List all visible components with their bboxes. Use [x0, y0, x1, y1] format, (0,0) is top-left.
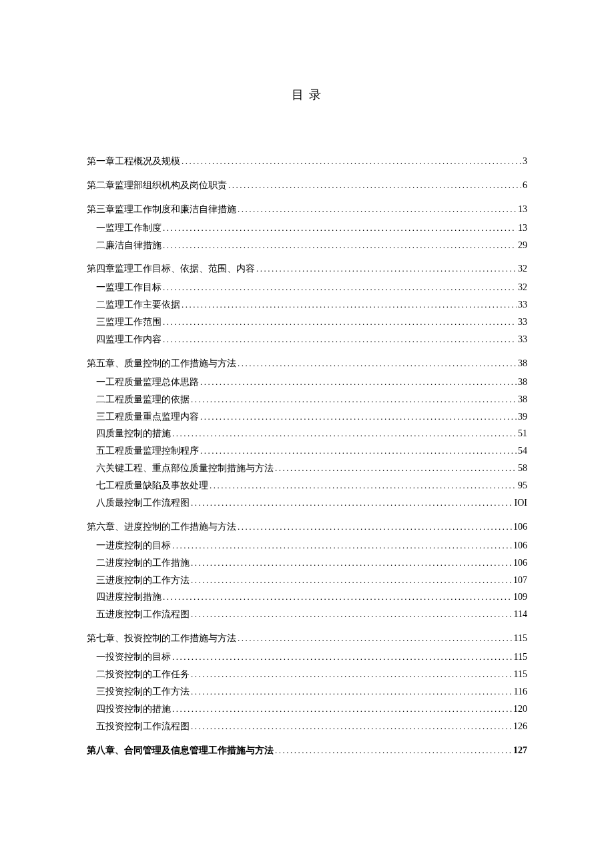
toc-entry: 二廉洁自律措施29 — [87, 237, 527, 254]
toc-entry: 第八章、合同管理及信息管理工作措施与方法127 — [87, 742, 527, 759]
toc-label: 第八章、合同管理及信息管理工作措施与方法 — [87, 742, 274, 759]
toc-label: 四质量控制的措施 — [96, 425, 171, 442]
toc-leader-dots — [190, 555, 512, 571]
toc-leader-dots — [162, 332, 517, 348]
toc-label: 六关键工程、重点部位质量控制措施与方法 — [96, 460, 274, 477]
toc-page-number: 13 — [517, 201, 527, 218]
toc-entry: 五投资控制工作流程图126 — [87, 718, 527, 735]
toc-entry: 二投资控制的工作任务115 — [87, 666, 527, 683]
toc-leader-dots — [190, 606, 513, 622]
toc-label: 一监理工作制度 — [96, 220, 162, 237]
toc-label: 七工程质量缺陷及事故处理 — [96, 477, 208, 494]
toc-entry: 第七章、投资控制的工作措施与方法115 — [87, 630, 527, 647]
toc-page-number: 33 — [517, 331, 527, 348]
toc-leader-dots — [227, 177, 521, 193]
toc-entry: 第一章工程概况及规模3 — [87, 153, 527, 170]
toc-label: 四进度控制措施 — [96, 588, 162, 606]
toc-page-number: 32 — [517, 279, 527, 296]
toc-page-number: IOI — [513, 494, 527, 512]
toc-entry: 三投资控制的工作方法116 — [87, 683, 527, 701]
toc-page-number: 127 — [512, 742, 527, 759]
toc-entry: 五工程质量监理控制程序54 — [87, 442, 527, 460]
toc-leader-dots — [208, 478, 517, 494]
toc-entry: 一进度控制的目标106 — [87, 537, 527, 554]
toc-leader-dots — [190, 392, 517, 408]
toc-entry: 四监理工作内容33 — [87, 331, 527, 348]
toc-entry: 第六章、进度控制的工作措施与方法106 — [87, 518, 527, 536]
toc-page-number: 32 — [517, 260, 527, 278]
toc-label: 五投资控制工作流程图 — [96, 718, 190, 735]
toc-page-number: 3 — [521, 153, 527, 170]
toc-page-number: 38 — [517, 355, 527, 372]
toc-entry: 第三章监理工作制度和廉洁自律措施13 — [87, 201, 527, 218]
toc-label: 第七章、投资控制的工作措施与方法 — [87, 630, 236, 647]
toc-label: 第四章监理工作目标、依据、范围、内容 — [87, 260, 255, 278]
toc-leader-dots — [199, 443, 517, 459]
toc-page-number: 115 — [513, 666, 527, 683]
toc-label: 一监理工作目标 — [96, 279, 162, 296]
toc-entry: 八质最控制工作流程图IOI — [87, 494, 527, 512]
toc-leader-dots — [255, 261, 517, 277]
toc-page-number: 38 — [517, 391, 527, 408]
toc-entry: 一监理工作制度13 — [87, 220, 527, 237]
toc-page-number: 39 — [517, 408, 527, 426]
toc-entry: 三工程质量重点监理内容39 — [87, 408, 527, 426]
toc-page-number: 109 — [512, 588, 527, 606]
toc-leader-dots — [236, 356, 517, 372]
toc-label: 第六章、进度控制的工作措施与方法 — [87, 518, 236, 536]
toc-label: 四监理工作内容 — [96, 331, 162, 348]
toc-leader-dots — [190, 719, 512, 735]
toc-page-number: 6 — [521, 177, 527, 194]
toc-page-number: 33 — [517, 296, 527, 314]
toc-label: 三投资控制的工作方法 — [96, 683, 190, 701]
toc-entry: 一投资控制的目标115 — [87, 648, 527, 666]
toc-label: 第三章监理工作制度和廉洁自律措施 — [87, 201, 236, 218]
toc-page-number: 116 — [513, 683, 527, 701]
toc-label: 第一章工程概况及规模 — [87, 153, 180, 170]
toc-label: 二监理工作主要依据 — [96, 296, 180, 314]
toc-leader-dots — [171, 649, 513, 665]
toc-page-number: 106 — [512, 537, 527, 554]
toc-page-number: 107 — [512, 572, 527, 589]
toc-entry: 第四章监理工作目标、依据、范围、内容32 — [87, 260, 527, 278]
toc-entry: 三进度控制的工作方法107 — [87, 572, 527, 589]
toc-entry: 五进度控制工作流程图114 — [87, 606, 527, 623]
toc-label: 五进度控制工作流程图 — [96, 606, 190, 623]
toc-entry: 四质量控制的措施51 — [87, 425, 527, 442]
table-of-contents: 第一章工程概况及规模3第二章监理部组织机构及岗位职责6第三章监理工作制度和廉洁自… — [87, 153, 527, 759]
toc-leader-dots — [236, 201, 517, 218]
toc-label: 第二章监理部组织机构及岗位职责 — [87, 177, 227, 194]
toc-leader-dots — [162, 280, 517, 296]
toc-leader-dots — [162, 220, 517, 236]
toc-label: 五工程质量监理控制程序 — [96, 442, 199, 460]
toc-entry: 六关键工程、重点部位质量控制措施与方法58 — [87, 460, 527, 477]
toc-label: 三监理工作范围 — [96, 314, 162, 331]
toc-entry: 三监理工作范围33 — [87, 314, 527, 331]
toc-page-number: 115 — [513, 630, 527, 647]
toc-page-number: 51 — [517, 425, 527, 442]
toc-page-number: 58 — [517, 460, 527, 477]
toc-leader-dots — [171, 426, 517, 442]
toc-leader-dots — [190, 684, 513, 700]
toc-page-number: 115 — [513, 648, 527, 666]
toc-leader-dots — [162, 238, 517, 254]
toc-label: 八质最控制工作流程图 — [96, 494, 190, 512]
toc-entry: 二工程质量监理的依据38 — [87, 391, 527, 408]
toc-entry: 第五章、质量控制的工作措施与方法38 — [87, 355, 527, 372]
toc-leader-dots — [199, 409, 517, 425]
toc-label: 第五章、质量控制的工作措施与方法 — [87, 355, 236, 372]
toc-entry: 四投资控制的措施120 — [87, 701, 527, 718]
toc-page-number: 106 — [512, 554, 527, 572]
toc-leader-dots — [190, 667, 513, 683]
toc-label: 一投资控制的目标 — [96, 648, 171, 666]
toc-leader-dots — [180, 297, 517, 313]
toc-leader-dots — [236, 519, 512, 535]
toc-entry: 七工程质量缺陷及事故处理95 — [87, 477, 527, 494]
toc-page-number: 13 — [517, 220, 527, 237]
toc-leader-dots — [162, 314, 517, 330]
toc-label: 三工程质量重点监理内容 — [96, 408, 199, 426]
toc-page-number: 126 — [512, 718, 527, 735]
toc-label: 二投资控制的工作任务 — [96, 666, 190, 683]
toc-entry: 二监理工作主要依据33 — [87, 296, 527, 314]
toc-leader-dots — [171, 701, 512, 717]
